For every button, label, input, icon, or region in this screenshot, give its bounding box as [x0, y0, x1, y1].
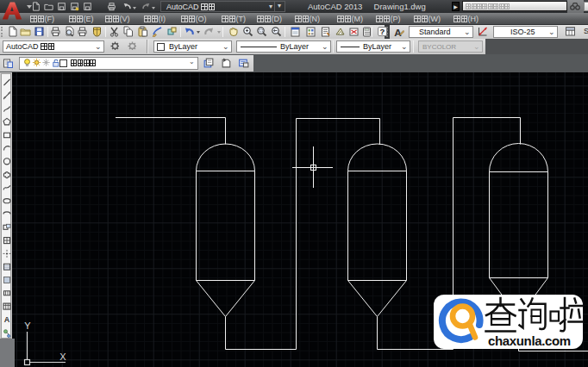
svg-text:?: ? — [380, 27, 385, 36]
svg-text:A: A — [4, 315, 10, 324]
svg-text:A: A — [394, 27, 402, 38]
svg-text:X: X — [59, 351, 66, 362]
svg-text:chaxunla.com: chaxunla.com — [488, 333, 571, 348]
svg-text:Y: Y — [24, 320, 31, 331]
